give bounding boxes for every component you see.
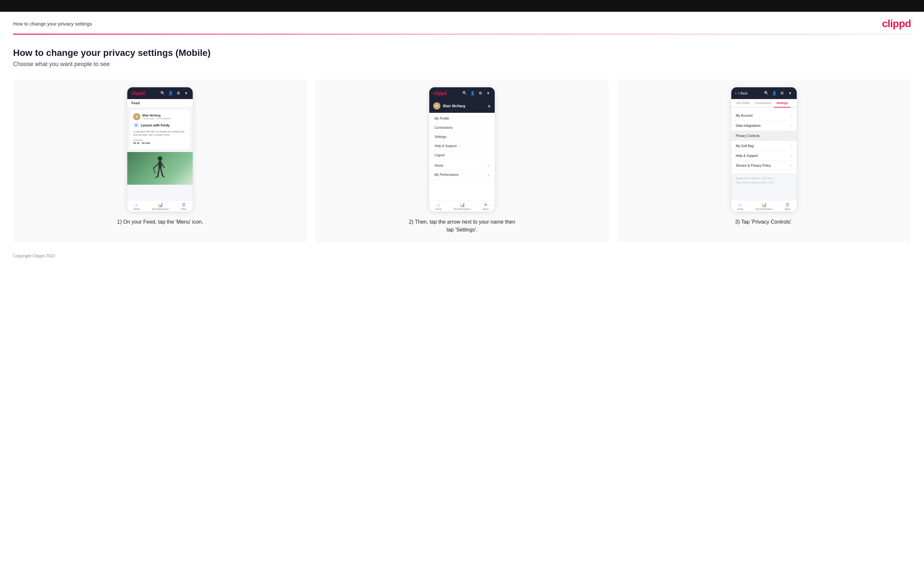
tab-my-profile[interactable]: My Profile (734, 99, 752, 108)
header-title: How to change your privacy settings (13, 21, 92, 26)
svg-line-4 (153, 168, 155, 173)
dropdown-icon-3: ▾ (788, 90, 793, 96)
svg-line-8 (156, 177, 158, 177)
svg-line-9 (163, 176, 164, 177)
step-card-1: clippd 🔍 👤 ⚙ ▾ Feed B (13, 79, 307, 243)
close-icon-2: ✕ (484, 202, 488, 207)
performance-chevron-icon: ∨ (487, 173, 489, 177)
phone-bottom-nav-1: ⌂ Home 📊 My Performance ☰ Menu (127, 200, 193, 211)
menu-overlay: B Blair McHarg ∧ My Profile Connections … (429, 99, 495, 200)
settings-my-account[interactable]: My Account › (731, 111, 797, 121)
menu-user-name: Blair McHarg (443, 104, 465, 108)
phone-mockup-3: ‹ < Back 🔍 👤 ⚙ ▾ My Profile Connections … (731, 87, 797, 211)
menu-section-home-label: Home (435, 164, 443, 168)
svg-line-3 (153, 163, 158, 168)
performance-label-3: My Performance (756, 208, 772, 210)
menu-icon-3: ☰ (786, 202, 790, 207)
settings-help-support[interactable]: Help & Support ↗ (731, 151, 797, 161)
settings-panel: My Account › Data Integrations › Privacy… (731, 108, 797, 200)
nav-close-2: ✕ Menu (483, 202, 489, 210)
settings-list: My Account › Data Integrations › Privacy… (731, 108, 797, 173)
home-icon-2: ⌂ (437, 202, 440, 207)
back-button[interactable]: ‹ < Back (735, 92, 748, 95)
feed-user: B Blair McHarg Yesterday · Sunningdale (133, 113, 187, 120)
performance-nav-label: My Performance (152, 208, 168, 210)
my-golf-bag-label: My Golf Bag (736, 144, 754, 148)
performance-label-2: My Performance (454, 208, 470, 210)
help-external-icon: ↗ (790, 154, 792, 158)
main-content: How to change your privacy settings (Mob… (0, 35, 924, 243)
nav-performance-3: 📊 My Performance (756, 202, 772, 210)
privacy-controls-label: Privacy Controls (736, 134, 760, 138)
performance-nav-icon: 📊 (158, 202, 163, 207)
svg-point-1 (158, 156, 162, 161)
home-label-2: Home (436, 208, 442, 210)
search-icon-3: 🔍 (764, 90, 769, 96)
phone-icons-1: 🔍 👤 ⚙ ▾ (160, 90, 189, 96)
dropdown-icon-2: ▾ (486, 90, 491, 96)
menu-panel: B Blair McHarg ∧ My Profile Connections … (429, 99, 495, 200)
nav-home-1: ⌂ Home (134, 202, 140, 210)
search-icon: 🔍 (160, 90, 165, 96)
nav-performance-2: 📊 My Performance (454, 202, 470, 210)
home-icon-3: ⌂ (739, 202, 742, 207)
menu-section-performance-label: My Performance (435, 173, 459, 177)
phone-body-1: Feed B Blair McHarg Yesterday · Sunningd… (127, 99, 193, 200)
step-card-3: ‹ < Back 🔍 👤 ⚙ ▾ My Profile Connections … (617, 79, 911, 243)
menu-avatar: B (433, 102, 440, 110)
home-nav-label: Home (134, 208, 140, 210)
phone-header-2: clippd 🔍 👤 ⚙ ▾ (429, 87, 495, 99)
settings-icon-2: ⚙ (478, 90, 483, 96)
phone-icons-2: 🔍 👤 ⚙ ▾ (462, 90, 491, 96)
service-privacy-label: Service & Privacy Policy (736, 164, 771, 168)
svg-line-7 (161, 168, 163, 176)
phone-bottom-nav-3: ⌂ Home 📊 My Performance ☰ Menu (731, 200, 797, 211)
menu-user-row: B Blair McHarg ∧ (429, 99, 495, 113)
feed-user-name: Blair McHarg (142, 114, 170, 117)
feed-avatar: B (133, 113, 141, 120)
search-icon-2: 🔍 (462, 90, 467, 96)
menu-section-performance[interactable]: My Performance ∨ (429, 170, 495, 179)
settings-service-privacy[interactable]: Service & Privacy Policy ↗ (731, 161, 797, 171)
privacy-controls-chevron: › (791, 134, 792, 138)
my-account-label: My Account (736, 114, 753, 118)
menu-item-profile[interactable]: My Profile (429, 114, 495, 123)
step-caption-1: 1) On your Feed, tap the 'Menu' icon. (117, 218, 203, 226)
settings-my-golf-bag[interactable]: My Golf Bag › (731, 141, 797, 151)
data-integrations-chevron: › (791, 124, 792, 127)
menu-item-connections[interactable]: Connections (429, 123, 495, 132)
menu-item-settings[interactable]: Settings (429, 132, 495, 142)
nav-menu-3: ☰ Menu (785, 202, 790, 210)
feed-user-info: Blair McHarg Yesterday · Sunningdale (142, 114, 170, 120)
settings-data-integrations[interactable]: Data Integrations › (731, 121, 797, 131)
feed-lesson-desc: Looking to feel like my hands are exitin… (133, 130, 187, 137)
golf-image (127, 152, 193, 185)
menu-item-help[interactable]: Help & Support ↗ (429, 142, 495, 151)
my-account-chevron: › (791, 113, 792, 118)
top-bar (0, 0, 924, 12)
tab-settings[interactable]: Settings (774, 99, 791, 108)
step-caption-2: 2) Then, tap the arrow next to your name… (406, 218, 518, 234)
menu-section-home[interactable]: Home ∨ (429, 161, 495, 170)
phone-logo-1: clippd (131, 90, 145, 96)
svg-point-0 (135, 124, 137, 127)
menu-nav-icon: ☰ (182, 202, 186, 207)
nav-home-2: ⌂ Home (436, 202, 442, 210)
user-icon-2: 👤 (470, 90, 475, 96)
nav-performance-1: 📊 My Performance (152, 202, 168, 210)
settings-back-bar: ‹ < Back 🔍 👤 ⚙ ▾ (731, 87, 797, 99)
settings-privacy-controls[interactable]: Privacy Controls › (731, 131, 797, 141)
svg-line-6 (158, 168, 159, 177)
settings-icon-3: ⚙ (780, 90, 785, 96)
page-heading: How to change your privacy settings (Mob… (13, 48, 911, 58)
nav-menu-1: ☰ Menu (181, 202, 187, 210)
back-chevron-icon: ‹ (735, 92, 736, 95)
phone-logo-2: clippd (433, 90, 447, 96)
menu-item-logout[interactable]: Logout (429, 151, 495, 160)
my-golf-bag-chevron: › (791, 144, 792, 148)
tab-connections[interactable]: Connections (752, 99, 774, 108)
feed-tab: Feed (127, 99, 193, 107)
feed-post: B Blair McHarg Yesterday · Sunningdale L… (130, 110, 190, 149)
performance-icon-3: 📊 (761, 202, 767, 207)
logo: clippd (882, 18, 911, 30)
